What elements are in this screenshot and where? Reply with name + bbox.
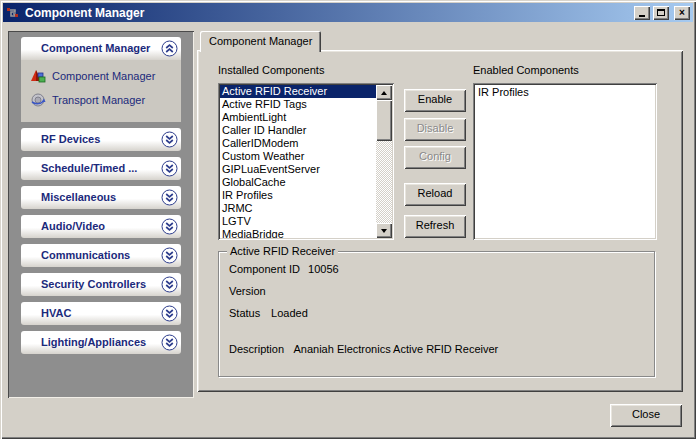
tab-component-manager[interactable]: Component Manager [200, 31, 321, 52]
chevron-double-down-icon[interactable] [161, 131, 178, 148]
scrollbar-track[interactable] [376, 141, 392, 223]
scroll-down-button[interactable] [376, 223, 392, 238]
enable-button[interactable]: Enable [404, 89, 466, 112]
list-item[interactable]: Active RFID Receiver [220, 85, 376, 98]
maximize-button[interactable] [653, 6, 669, 20]
list-item[interactable]: Custom Weather [220, 150, 376, 163]
sidebar-header-hvac[interactable]: HVAC [21, 302, 181, 325]
reload-button[interactable]: Reload [404, 183, 466, 206]
sidebar-header-label: RF Devices [41, 133, 100, 145]
description-row: Description Ananiah Electronics Active R… [229, 343, 498, 355]
sidebar-header-label: Audio/Video [41, 220, 105, 232]
chevron-double-down-icon[interactable] [161, 276, 178, 293]
title-bar: Component Manager × [3, 3, 693, 22]
list-item[interactable]: CallerIDModem [220, 137, 376, 150]
chevron-double-down-icon[interactable] [161, 247, 178, 264]
description-label: Description [229, 343, 291, 355]
scroll-up-icon [381, 91, 387, 95]
scroll-down-icon [381, 229, 387, 233]
installed-components-items: Active RFID Receiver Active RFID Tags Am… [220, 85, 376, 238]
sidebar-header-communications[interactable]: Communications [21, 244, 181, 267]
sidebar-header-schedule-timed[interactable]: Schedule/Timed ... [21, 157, 181, 180]
transport-manager-icon [30, 92, 46, 108]
minimize-button[interactable] [634, 6, 650, 20]
list-item[interactable]: Active RFID Tags [220, 98, 376, 111]
component-manager-icon [30, 68, 46, 84]
sidebar-section-hvac: HVAC [21, 302, 181, 325]
app-logo-icon [6, 6, 22, 20]
minimize-icon [639, 15, 645, 17]
sidebar-header-audio-video[interactable]: Audio/Video [21, 215, 181, 238]
sidebar-header-component-manager[interactable]: Component Manager [21, 37, 181, 60]
list-item[interactable]: Caller ID Handler [220, 124, 376, 137]
scrollbar-thumb[interactable] [376, 100, 392, 141]
list-item[interactable]: GIPLuaEventServer [220, 163, 376, 176]
sidebar-item-component-manager[interactable]: Component Manager [30, 68, 181, 84]
component-id-row: Component ID 10056 [229, 263, 339, 275]
sidebar-item-label: Transport Manager [52, 94, 145, 106]
list-item[interactable]: MediaBridge [220, 228, 376, 238]
sidebar-section-miscellaneous: Miscellaneous [21, 186, 181, 209]
sidebar-header-label: Security Controllers [41, 278, 146, 290]
sidebar-header-label: Lighting/Appliances [41, 336, 146, 348]
installed-components-list: Active RFID Receiver Active RFID Tags Am… [218, 83, 394, 240]
component-manager-panel: Installed Components Enabled Components … [197, 50, 683, 392]
scroll-up-button[interactable] [376, 85, 392, 100]
component-id-value: 10056 [308, 263, 339, 275]
sidebar-item-transport-manager[interactable]: Transport Manager [30, 92, 181, 108]
sidebar: Component Manager Component Ma [8, 31, 194, 398]
sidebar-header-label: Miscellaneous [41, 191, 116, 203]
sidebar-header-rf-devices[interactable]: RF Devices [21, 128, 181, 151]
chevron-double-down-icon[interactable] [161, 218, 178, 235]
sidebar-header-label: HVAC [41, 307, 71, 319]
list-item[interactable]: JRMC [220, 202, 376, 215]
installed-list-scrollbar [376, 85, 392, 238]
list-item[interactable]: GlobalCache [220, 176, 376, 189]
component-details-group: Active RFID Receiver Component ID 10056 … [218, 251, 655, 377]
sidebar-section-component-manager: Component Manager Component Ma [21, 37, 181, 122]
chevron-double-down-icon[interactable] [161, 305, 178, 322]
list-item[interactable]: AmbientLight [220, 111, 376, 124]
disable-button: Disable [404, 118, 466, 141]
list-item[interactable]: LGTV [220, 215, 376, 228]
sidebar-section-lighting-appliances: Lighting/Appliances [21, 331, 181, 354]
status-value: Loaded [271, 307, 308, 319]
tab-label: Component Manager [209, 35, 312, 47]
sidebar-header-label: Schedule/Timed ... [41, 162, 137, 174]
sidebar-section-rf-devices: RF Devices [21, 128, 181, 151]
close-window-button[interactable]: × [674, 6, 690, 20]
version-label: Version [229, 285, 266, 297]
chevron-double-down-icon[interactable] [161, 334, 178, 351]
sidebar-header-label: Communications [41, 249, 130, 261]
sidebar-section-schedule-timed: Schedule/Timed ... [21, 157, 181, 180]
close-icon: × [679, 8, 685, 18]
chevron-double-down-icon[interactable] [161, 189, 178, 206]
sidebar-section-security-controllers: Security Controllers [21, 273, 181, 296]
sidebar-header-security-controllers[interactable]: Security Controllers [21, 273, 181, 296]
app-window: Component Manager × Component Manager [0, 0, 696, 439]
sidebar-section-body: Component Manager Transport Manager [21, 60, 181, 122]
status-label: Status [229, 307, 268, 319]
window-title: Component Manager [25, 6, 631, 20]
sidebar-header-label: Component Manager [41, 42, 150, 54]
list-item[interactable]: IR Profiles [476, 86, 654, 99]
sidebar-header-lighting-appliances[interactable]: Lighting/Appliances [21, 331, 181, 354]
sidebar-section-audio-video: Audio/Video [21, 215, 181, 238]
list-item[interactable]: IR Profiles [220, 189, 376, 202]
enabled-components-list: IR Profiles [473, 83, 657, 240]
installed-components-label: Installed Components [218, 64, 324, 76]
sidebar-section-communications: Communications [21, 244, 181, 267]
sidebar-item-label: Component Manager [52, 70, 155, 82]
description-value: Ananiah Electronics Active RFID Receiver [293, 343, 498, 355]
version-row: Version [229, 285, 266, 297]
component-id-label: Component ID [229, 263, 305, 275]
close-button[interactable]: Close [610, 404, 682, 427]
sidebar-header-miscellaneous[interactable]: Miscellaneous [21, 186, 181, 209]
maximize-icon [657, 9, 665, 16]
chevron-double-down-icon[interactable] [161, 160, 178, 177]
config-button: Config [404, 146, 466, 169]
chevron-double-up-icon[interactable] [161, 40, 178, 57]
refresh-button[interactable]: Refresh [404, 215, 466, 238]
group-title: Active RFID Receiver [227, 245, 338, 257]
enabled-components-label: Enabled Components [473, 64, 579, 76]
